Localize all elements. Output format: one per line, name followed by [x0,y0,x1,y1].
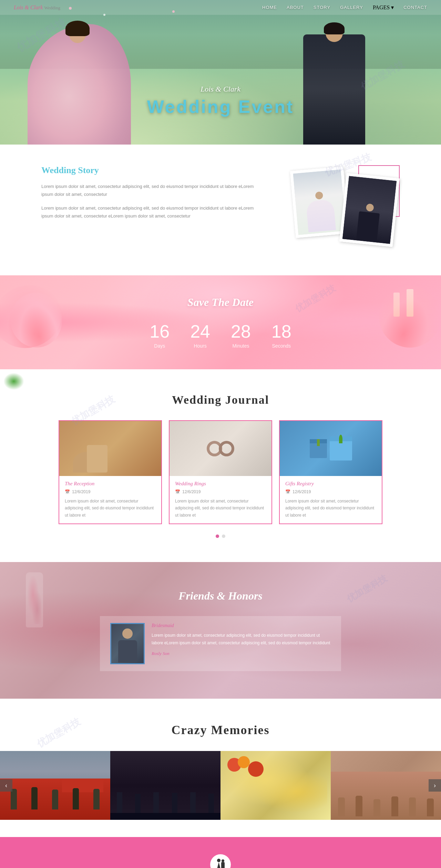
save-date-title: Save The Date [0,296,441,309]
countdown-days-number: 16 [150,322,170,340]
calendar-icon-2: 📅 [175,489,180,494]
friends-avatar [110,623,145,664]
gallery-image-4 [331,751,441,820]
friends-info: Bridesmaid Lorem ipsum dolor sit amet, c… [152,623,331,656]
story-para-1: Lorem ipsum dolor sit amet, consectetur … [41,182,262,199]
journal-card-reception-image [59,421,161,476]
footer: Lois & Clark f t p in Copyright © 2021 C… [0,837,441,868]
memories-title: Crazy Memories [0,723,441,737]
journal-card-gifts: Gifts Registry 📅 12/6/2019 Lorem ipsum d… [279,420,382,524]
save-date-section: Save The Date 16 Days 24 Hours 28 Minute… [0,275,441,369]
friends-content: Friends & Honors Bridesmaid Lorem ipsum … [41,590,400,671]
countdown-minutes-label: Minutes [231,343,251,349]
gallery-image-3 [220,751,331,820]
nav-home[interactable]: HOME [262,5,277,10]
friends-title: Friends & Honors [41,590,400,602]
nav-gallery[interactable]: GALLERY [340,5,363,10]
journal-cards: The Reception 📅 12/6/2019 Lorem ipsum do… [41,420,400,524]
friends-name: Rosly Son [152,651,331,656]
journal-card-reception-text: Lorem ipsum dolor sit amet, consectetur … [65,498,156,519]
calendar-icon-1: 📅 [65,489,70,494]
nav-pages-dropdown[interactable]: PAGES ▾ [373,4,394,11]
journal-card-gifts-title: Gifts Registry [285,481,376,487]
story-section: Wedding Story Lorem ipsum dolor sit amet… [0,145,441,275]
countdown-hours-label: Hours [190,343,210,349]
story-text: Wedding Story Lorem ipsum dolor sit amet… [41,165,262,226]
countdown-hours: 24 Hours [190,322,210,349]
story-images [283,165,400,255]
friends-card: Bridesmaid Lorem ipsum dolor sit amet, c… [100,616,341,671]
journal-card-rings-title: Wedding Rings [175,481,266,487]
journal-card-rings-text: Lorem ipsum dolor sit amet, consectetur … [175,498,266,519]
countdown-hours-number: 24 [190,322,210,340]
gallery-image-1 [0,751,110,820]
journal-card-gifts-date: 📅 12/6/2019 [285,489,376,494]
dot-active[interactable] [216,534,219,538]
journal-card-gifts-image [280,421,382,476]
journal-card-reception-body: The Reception 📅 12/6/2019 Lorem ipsum do… [59,476,161,523]
journal-pagination [41,534,400,538]
journal-card-rings-image [170,421,271,476]
journal-section: Wedding Journal The Reception 📅 12/6/201… [0,369,441,562]
nav-logo-sub: Wedding [44,5,60,10]
journal-card-rings-date: 📅 12/6/2019 [175,489,266,494]
nav-logo: Lois & Clark Wedding [14,4,60,11]
journal-card-reception-title: The Reception [65,481,156,487]
journal-card-gifts-body: Gifts Registry 📅 12/6/2019 Lorem ipsum d… [280,476,382,523]
svg-point-1 [222,859,224,862]
gallery-next-button[interactable]: › [429,779,441,792]
countdown-minutes: 28 Minutes [231,322,251,349]
footer-logo-icon [210,854,231,868]
nav-about[interactable]: ABOUT [287,5,304,10]
journal-title: Wedding Journal [41,393,400,406]
svg-point-0 [217,859,220,862]
countdown-minutes-number: 28 [231,322,251,340]
countdown-days: 16 Days [150,322,170,349]
couple-silhouette-icon [214,858,227,868]
countdown-days-label: Days [150,343,170,349]
journal-card-reception-date: 📅 12/6/2019 [65,489,156,494]
journal-card-rings: Wedding Rings 📅 12/6/2019 Lorem ipsum do… [169,420,272,524]
nav-links: HOME ABOUT STORY GALLERY PAGES ▾ CONTACT [262,4,427,11]
story-bride-photo [290,167,349,238]
hero-bride-figure [28,14,138,145]
friends-section: Friends & Honors Bridesmaid Lorem ipsum … [0,562,441,699]
navbar: Lois & Clark Wedding HOME ABOUT STORY GA… [0,0,441,15]
story-para-2: Lorem ipsum dolor sit amet, consectetur … [41,204,262,220]
countdown-seconds: 18 Seconds [271,322,291,349]
friends-role: Bridesmaid [152,623,331,628]
friends-text: Lorem ipsum dolor sit amet, consectetur … [152,632,331,647]
journal-card-gifts-text: Lorem ipsum dolor sit amet, consectetur … [285,498,376,519]
journal-card-rings-body: Wedding Rings 📅 12/6/2019 Lorem ipsum do… [170,476,271,523]
countdown-seconds-label: Seconds [271,343,291,349]
svg-rect-2 [221,862,225,868]
nav-logo-name: Lois & Clark [14,4,43,10]
countdown: 16 Days 24 Hours 28 Minutes 18 Seconds [0,322,441,349]
hero-subtitle: Lois & Clark [147,85,294,94]
memories-gallery: ‹ [0,751,441,820]
journal-card-reception: The Reception 📅 12/6/2019 Lorem ipsum do… [59,420,162,524]
hero-section: Lois & Clark Wedding Event 优加堡科技 优加堡科技 [0,0,441,145]
memories-section: Crazy Memories ‹ [0,699,441,837]
save-date-content: Save The Date 16 Days 24 Hours 28 Minute… [0,296,441,349]
dot-inactive[interactable] [222,534,225,538]
hero-text: Lois & Clark Wedding Event [147,85,294,117]
hero-groom-figure [303,21,372,145]
story-groom-photo [339,173,400,247]
story-title: Wedding Story [41,165,262,176]
gallery-prev-button[interactable]: ‹ [0,779,12,792]
calendar-icon-3: 📅 [285,489,290,494]
nav-story[interactable]: STORY [314,5,330,10]
hero-title: Wedding Event [147,96,294,117]
gallery-image-2 [110,751,220,820]
nav-contact[interactable]: CONTACT [403,5,427,10]
countdown-seconds-number: 18 [271,322,291,340]
